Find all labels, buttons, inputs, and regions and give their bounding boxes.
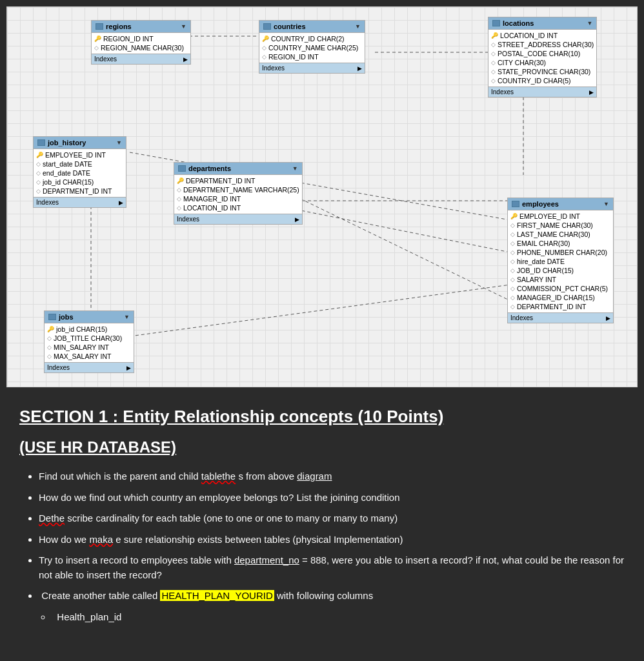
bullet-list: Find out which is the parent and child t… bbox=[19, 469, 625, 624]
table-regions: regions ▼ 🔑REGION_ID INT ◇REGION_NAME CH… bbox=[91, 20, 191, 65]
table-employees-title: employees bbox=[522, 200, 559, 208]
table-locations: locations ▼ 🔑LOCATION_ID INT ◇STREET_ADD… bbox=[488, 17, 597, 97]
list-item: Try to insert a record to employees tabl… bbox=[39, 553, 625, 582]
list-item: How do we maka e sure relationship exist… bbox=[39, 533, 625, 547]
svg-line-7 bbox=[285, 191, 510, 301]
table-departments: departments ▼ 🔑DEPARTMENT_ID INT ◇DEPART… bbox=[174, 162, 303, 225]
table-jobs: jobs ▼ 🔑job_id CHAR(15) ◇JOB_TITLE CHAR(… bbox=[44, 310, 134, 373]
svg-line-6 bbox=[130, 285, 510, 336]
table-countries-title: countries bbox=[274, 23, 306, 30]
section-subtitle: (USE HR DATABASE) bbox=[19, 438, 625, 456]
section-title: SECTION 1 : Entity Relationship concepts… bbox=[19, 407, 625, 427]
content-section: SECTION 1 : Entity Relationship concepts… bbox=[0, 394, 644, 644]
svg-line-4 bbox=[285, 207, 510, 252]
table-locations-title: locations bbox=[503, 19, 534, 27]
table-job-history-title: job_history bbox=[48, 139, 86, 147]
table-regions-title: regions bbox=[106, 23, 132, 30]
table-job-history: job_history ▼ 🔑EMPLOYEE_ID INT ◇start_da… bbox=[33, 136, 126, 208]
table-jobs-title: jobs bbox=[59, 313, 74, 321]
list-item: Create another table called HEALTH_PLAN_… bbox=[39, 589, 625, 604]
list-item: Health_plan_id bbox=[52, 610, 625, 625]
er-diagram: regions ▼ 🔑REGION_ID INT ◇REGION_NAME CH… bbox=[6, 6, 638, 387]
list-item: Dethe scribe cardinality for each table … bbox=[39, 511, 625, 526]
list-item: How do we find out which country an empl… bbox=[39, 491, 625, 505]
table-employees: employees ▼ 🔑EMPLOYEE_ID INT ◇FIRST_NAME… bbox=[507, 198, 614, 323]
list-item: Find out which is the parent and child t… bbox=[39, 469, 625, 484]
table-countries: countries ▼ 🔑COUNTRY_ID CHAR(2) ◇COUNTRY… bbox=[259, 20, 365, 74]
table-departments-title: departments bbox=[188, 165, 231, 172]
